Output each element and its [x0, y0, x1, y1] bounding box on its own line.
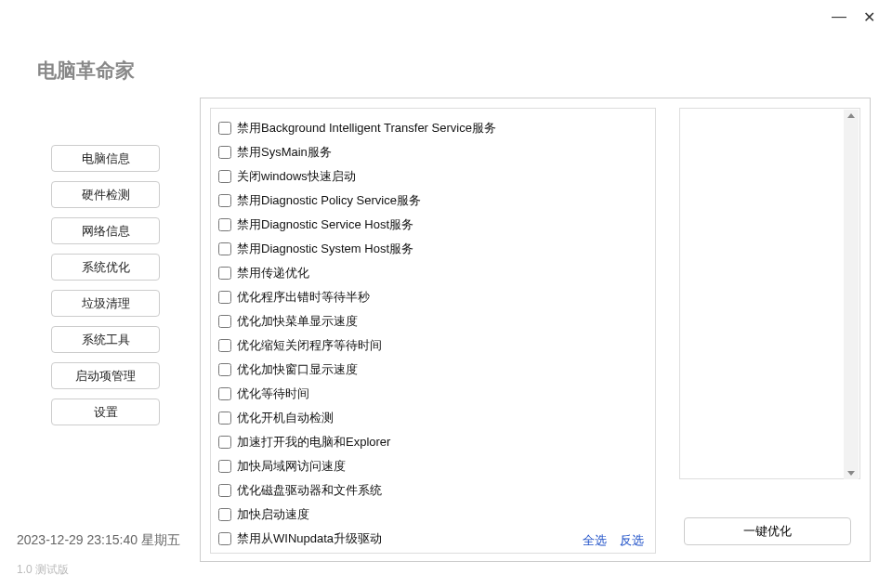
- option-row: 加快局域网访问速度: [218, 454, 648, 478]
- option-label: 禁用SysMain服务: [237, 144, 332, 161]
- option-row: 优化等待时间: [218, 382, 648, 406]
- option-label: 优化加快菜单显示速度: [237, 313, 358, 330]
- option-label: 优化加快窗口显示速度: [237, 361, 358, 378]
- list-actions: 全选 反选: [583, 532, 644, 549]
- option-checkbox-1[interactable]: [218, 146, 231, 159]
- sidebar: 电脑信息硬件检测网络信息系统优化垃圾清理系统工具启动项管理设置: [51, 145, 160, 425]
- close-button[interactable]: ✕: [863, 8, 875, 26]
- option-row: 禁用传递优化: [218, 261, 648, 285]
- sidebar-item-4[interactable]: 垃圾清理: [51, 290, 160, 317]
- options-list: 禁用Background Intelligent Transfer Servic…: [210, 108, 656, 554]
- option-row: 优化缩短关闭程序等待时间: [218, 333, 648, 358]
- option-row: 优化加快窗口显示速度: [218, 358, 648, 382]
- option-label: 加快局域网访问速度: [237, 458, 346, 475]
- option-checkbox-8[interactable]: [218, 315, 231, 328]
- scrollbar[interactable]: [844, 110, 859, 479]
- option-checkbox-13[interactable]: [218, 436, 231, 449]
- sidebar-item-1[interactable]: 硬件检测: [51, 181, 160, 208]
- sidebar-item-5[interactable]: 系统工具: [51, 326, 160, 353]
- option-label: 优化程序出错时等待半秒: [237, 289, 370, 306]
- option-label: 加快启动速度: [237, 506, 309, 523]
- version-label: 1.0 测试版: [17, 562, 69, 578]
- main-panel: 禁用Background Intelligent Transfer Servic…: [200, 98, 871, 562]
- option-label: 禁用Diagnostic Service Host服务: [237, 216, 413, 233]
- option-checkbox-9[interactable]: [218, 339, 231, 352]
- sidebar-item-2[interactable]: 网络信息: [51, 217, 160, 244]
- option-row: 加快启动速度: [218, 503, 648, 527]
- sidebar-item-7[interactable]: 设置: [51, 399, 160, 425]
- option-checkbox-10[interactable]: [218, 363, 231, 376]
- option-row: 禁用Background Intelligent Transfer Servic…: [218, 116, 648, 140]
- datetime-label: 2023-12-29 23:15:40 星期五: [17, 532, 180, 549]
- option-row: 加速打开我的电脑和Explorer: [218, 430, 648, 454]
- option-label: 禁用传递优化: [237, 265, 309, 281]
- option-row: 禁用Diagnostic Policy Service服务: [218, 189, 648, 213]
- titlebar: — ✕: [832, 0, 892, 33]
- option-label: 优化开机自动检测: [237, 410, 334, 426]
- option-checkbox-3[interactable]: [218, 194, 231, 207]
- option-row: 禁用Diagnostic System Host服务: [218, 237, 648, 261]
- option-checkbox-0[interactable]: [218, 122, 231, 135]
- option-row: 优化程序出错时等待半秒: [218, 285, 648, 309]
- option-label: 优化缩短关闭程序等待时间: [237, 337, 382, 354]
- option-row: 禁用Diagnostic Service Host服务: [218, 213, 648, 237]
- option-checkbox-14[interactable]: [218, 460, 231, 473]
- option-row: 优化加快菜单显示速度: [218, 309, 648, 333]
- option-checkbox-11[interactable]: [218, 387, 231, 400]
- sidebar-item-0[interactable]: 电脑信息: [51, 145, 160, 172]
- option-row: 关闭windows快速启动: [218, 164, 648, 189]
- option-checkbox-15[interactable]: [218, 484, 231, 497]
- option-row: 优化磁盘驱动器和文件系统: [218, 478, 648, 503]
- option-checkbox-7[interactable]: [218, 291, 231, 304]
- option-label: 禁用Background Intelligent Transfer Servic…: [237, 120, 496, 137]
- option-label: 禁用Diagnostic Policy Service服务: [237, 192, 421, 209]
- option-label: 优化等待时间: [237, 385, 309, 402]
- option-label: 加速打开我的电脑和Explorer: [237, 434, 390, 451]
- option-checkbox-17[interactable]: [218, 532, 231, 545]
- select-all-link[interactable]: 全选: [583, 532, 607, 549]
- option-label: 关闭windows快速启动: [237, 168, 356, 185]
- option-row: 优化开机自动检测: [218, 406, 648, 430]
- option-checkbox-12[interactable]: [218, 412, 231, 425]
- option-label: 禁用从WINupdata升级驱动: [237, 530, 382, 547]
- option-label: 优化磁盘驱动器和文件系统: [237, 482, 382, 499]
- option-row: 禁用SysMain服务: [218, 140, 648, 164]
- optimize-button[interactable]: 一键优化: [684, 517, 851, 545]
- side-output-panel: [679, 108, 860, 479]
- option-checkbox-5[interactable]: [218, 242, 231, 255]
- option-checkbox-6[interactable]: [218, 267, 231, 280]
- option-checkbox-4[interactable]: [218, 218, 231, 231]
- invert-selection-link[interactable]: 反选: [620, 532, 644, 549]
- sidebar-item-6[interactable]: 启动项管理: [51, 362, 160, 389]
- app-title: 电脑革命家: [37, 58, 135, 84]
- option-checkbox-16[interactable]: [218, 508, 231, 521]
- option-label: 禁用Diagnostic System Host服务: [237, 241, 413, 257]
- option-checkbox-2[interactable]: [218, 170, 231, 183]
- sidebar-item-3[interactable]: 系统优化: [51, 254, 160, 281]
- minimize-button[interactable]: —: [832, 8, 846, 25]
